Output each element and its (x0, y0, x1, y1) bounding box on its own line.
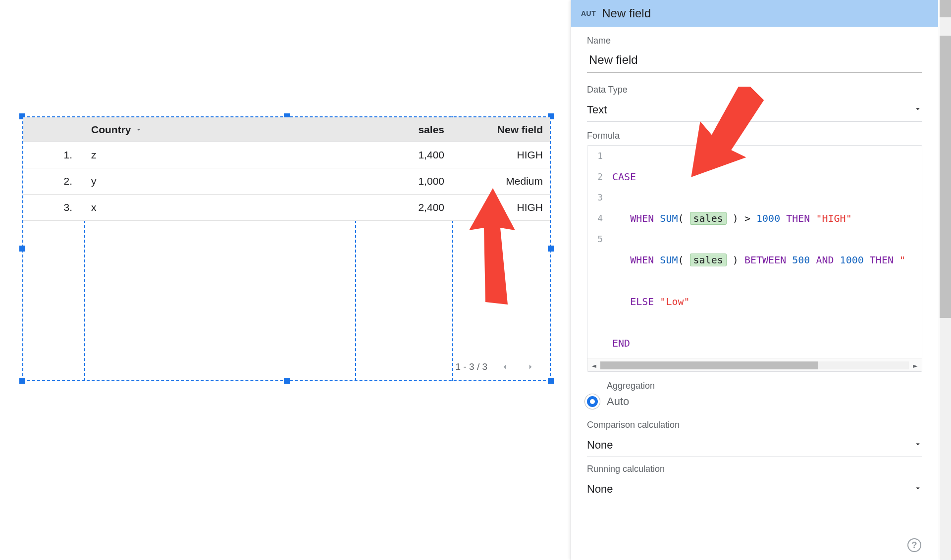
table-row[interactable]: 2. y 1,000 Medium (23, 168, 550, 195)
str-high: "HIGH" (816, 212, 851, 224)
formula-hscroll[interactable]: ◄ ► (587, 358, 922, 371)
cell-index: 2. (23, 168, 84, 194)
formula-editor[interactable]: 1 2 3 4 5 CASE WHEN SUM( sales ) > 1000 … (587, 145, 922, 372)
scroll-left-icon[interactable]: ◄ (587, 359, 600, 372)
field-sales[interactable]: sales (690, 254, 727, 266)
comparison-select[interactable]: None (587, 433, 922, 457)
col-country[interactable]: Country (84, 117, 354, 142)
str-trunc: " (899, 254, 905, 266)
kw-between: BETWEEN (744, 254, 786, 266)
kw-when: WHEN (630, 254, 654, 266)
aggregation-section: Aggregation Auto (571, 372, 938, 408)
fn-sum: SUM (660, 254, 678, 266)
field-type-badge: AUT (581, 9, 596, 17)
formula-label: Formula (587, 131, 938, 141)
datatype-value: Text (587, 103, 607, 116)
fn-sum: SUM (660, 212, 678, 224)
paren-open: ( (678, 212, 684, 224)
cell-sales: 1,000 (354, 168, 451, 194)
op-gt: > (744, 212, 750, 224)
line-number: 4 (587, 208, 607, 229)
cell-country: y (84, 168, 354, 194)
panel-header: AUT New field (571, 0, 938, 27)
col-newfield[interactable]: New field (451, 117, 550, 142)
cell-country: x (84, 195, 354, 220)
num-500: 500 (792, 254, 810, 266)
comparison-label: Comparison calculation (587, 420, 922, 430)
cell-newfield: Medium (451, 168, 550, 194)
running-section: Running calculation None (571, 460, 938, 504)
kw-end: END (612, 337, 630, 349)
resize-handle[interactable] (548, 378, 554, 384)
cell-newfield: HIGH (451, 142, 550, 168)
resize-handle[interactable] (548, 246, 554, 252)
col-index[interactable] (23, 117, 84, 142)
cell-index: 3. (23, 195, 84, 220)
num-1000: 1000 (756, 212, 780, 224)
col-country-label: Country (91, 124, 131, 136)
running-value: None (587, 483, 613, 496)
chevron-down-icon (913, 439, 922, 452)
kw-and: AND (816, 254, 834, 266)
kw-else: ELSE (630, 296, 654, 307)
line-gutter: 1 2 3 4 5 (587, 146, 607, 358)
scroll-thumb[interactable] (940, 36, 951, 318)
running-select[interactable]: None (587, 477, 922, 501)
kw-then: THEN (786, 212, 810, 224)
field-name-input[interactable] (587, 49, 922, 73)
resize-handle[interactable] (284, 378, 290, 384)
page-scrollbar[interactable] (940, 0, 951, 560)
cell-sales: 2,400 (354, 195, 451, 220)
pager-prev-button[interactable] (496, 358, 513, 375)
panel-title-text: New field (602, 6, 651, 20)
col-sales-label: sales (418, 124, 444, 136)
col-sales[interactable]: sales (354, 117, 451, 142)
cell-sales: 1,400 (354, 142, 451, 168)
paren-close: ) (733, 212, 739, 224)
comparison-section: Comparison calculation None (571, 416, 938, 460)
datatype-label: Data Type (587, 85, 922, 95)
datatype-section: Data Type Text (571, 76, 938, 125)
table-row[interactable]: 3. x 2,400 HIGH (23, 195, 550, 221)
scroll-thumb[interactable] (600, 361, 818, 369)
table-header: Country sales New field (23, 117, 550, 142)
kw-then: THEN (870, 254, 894, 266)
cell-country: z (84, 142, 354, 168)
help-button[interactable]: ? (907, 538, 921, 552)
chevron-down-icon (913, 103, 922, 116)
paren-close: ) (733, 254, 739, 266)
line-number: 2 (587, 166, 607, 187)
name-section: Name (571, 27, 938, 76)
sort-descending-icon (135, 124, 142, 136)
field-sales[interactable]: sales (690, 212, 727, 225)
resize-handle[interactable] (19, 246, 25, 252)
kw-when: WHEN (630, 212, 654, 224)
code-content[interactable]: CASE WHEN SUM( sales ) > 1000 THEN "HIGH… (607, 146, 922, 358)
paren-open: ( (678, 254, 684, 266)
aggregation-option[interactable]: Auto (587, 395, 922, 408)
col-newfield-label: New field (497, 124, 543, 136)
resize-handle[interactable] (19, 378, 25, 384)
line-number: 5 (587, 229, 607, 250)
kw-case: CASE (612, 171, 636, 183)
scroll-right-icon[interactable]: ► (909, 359, 922, 372)
scroll-thumb[interactable] (940, 0, 951, 17)
table-chart[interactable]: Country sales New field 1. z 1,400 HIGH … (22, 116, 551, 381)
aggregation-value: Auto (607, 395, 629, 408)
cell-index: 1. (23, 142, 84, 168)
line-number: 3 (587, 187, 607, 208)
datatype-select[interactable]: Text (587, 98, 922, 122)
num-1000b: 1000 (840, 254, 864, 266)
name-label: Name (587, 36, 922, 46)
radio-selected-icon[interactable] (587, 396, 598, 407)
comparison-value: None (587, 439, 613, 452)
field-editor-panel: AUT New field Name Data Type Text Formul… (571, 0, 938, 560)
running-label: Running calculation (587, 464, 922, 474)
code-area[interactable]: 1 2 3 4 5 CASE WHEN SUM( sales ) > 1000 … (587, 146, 922, 358)
table-pager: 1 - 3 / 3 (22, 357, 551, 377)
table-row[interactable]: 1. z 1,400 HIGH (23, 142, 550, 168)
chevron-down-icon (913, 483, 922, 496)
data-table: Country sales New field 1. z 1,400 HIGH … (23, 117, 550, 221)
pager-next-button[interactable] (522, 358, 539, 375)
cell-newfield: HIGH (451, 195, 550, 220)
